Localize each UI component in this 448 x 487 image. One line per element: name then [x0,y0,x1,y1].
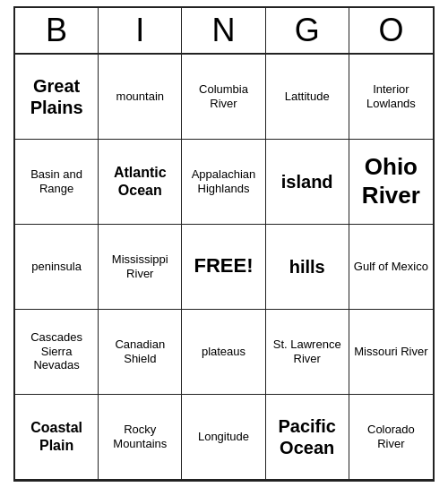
bingo-card: BINGO Great PlainsmountainColumbia River… [13,6,435,482]
header-letter: O [349,8,433,53]
bingo-cell: Appalachian Highlands [182,140,265,225]
bingo-cell: FREE! [182,225,265,310]
bingo-cell: Ohio River [349,140,433,225]
bingo-cell: Mississippi River [99,225,182,310]
bingo-cell: St. Lawrence River [266,310,349,395]
bingo-cell: mountain [99,55,182,140]
bingo-cell: Longitude [182,395,265,480]
bingo-cell: Colorado River [349,395,433,480]
bingo-cell: hills [266,225,349,310]
bingo-cell: Lattitude [266,55,349,140]
bingo-header: BINGO [15,8,433,55]
header-letter: N [182,8,265,53]
bingo-cell: Coastal Plain [15,395,99,480]
bingo-cell: Atlantic Ocean [99,140,182,225]
bingo-cell: peninsula [15,225,99,310]
bingo-cell: Interior Lowlands [349,55,433,140]
bingo-cell: Columbia River [182,55,265,140]
header-letter: I [99,8,182,53]
bingo-cell: Gulf of Mexico [349,225,433,310]
bingo-cell: Canadian Shield [99,310,182,395]
bingo-cell: Great Plains [15,55,99,140]
bingo-cell: Pacific Ocean [266,395,349,480]
bingo-cell: Missouri River [349,310,433,395]
bingo-cell: Basin and Range [15,140,99,225]
bingo-cell: island [266,140,349,225]
header-letter: G [266,8,349,53]
bingo-cell: Rocky Mountains [99,395,182,480]
bingo-grid: Great PlainsmountainColumbia RiverLattit… [15,55,433,480]
bingo-cell: plateaus [182,310,265,395]
bingo-cell: Cascades Sierra Nevadas [15,310,99,395]
header-letter: B [15,8,99,53]
